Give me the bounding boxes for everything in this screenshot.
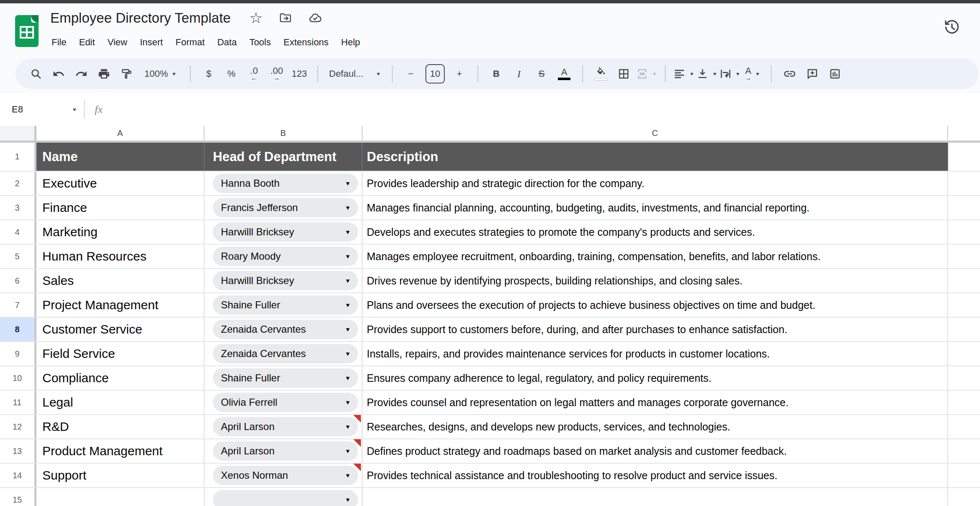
cell-desc[interactable]: Provides leadership and strategic direct…: [363, 172, 948, 195]
cell-desc[interactable]: [363, 488, 948, 506]
header-cell-name[interactable]: Name: [36, 143, 205, 171]
row-header-cell[interactable]: 5: [0, 245, 36, 268]
row-header-cell[interactable]: 7: [0, 293, 36, 317]
head-dropdown-chip[interactable]: Roary Moody ▼: [213, 247, 358, 266]
font-size-input[interactable]: 10: [425, 64, 445, 83]
cell-head[interactable]: April Larson ▼: [205, 415, 363, 438]
cell-name[interactable]: Support: [36, 464, 205, 487]
cell-name[interactable]: Project Management: [36, 293, 205, 317]
row-header-cell[interactable]: 15: [0, 488, 36, 506]
cell-empty[interactable]: [948, 439, 980, 463]
cell-name[interactable]: Human Resources: [36, 245, 205, 268]
cell-empty[interactable]: [948, 488, 980, 506]
cell-name[interactable]: Compliance: [36, 366, 205, 390]
row-header-cell[interactable]: 12: [0, 415, 36, 438]
row-header-cell[interactable]: 11: [0, 391, 36, 414]
head-dropdown-chip[interactable]: Zenaida Cervantes ▼: [213, 344, 358, 363]
menu-tools[interactable]: Tools: [243, 34, 277, 50]
cell-empty[interactable]: [948, 172, 980, 195]
row-header-cell[interactable]: 2: [0, 172, 36, 195]
font-select[interactable]: Defaul...▼: [326, 63, 384, 85]
borders-icon[interactable]: [613, 63, 634, 85]
head-dropdown-chip[interactable]: Olivia Ferrell ▼: [213, 393, 358, 412]
search-icon[interactable]: [26, 63, 47, 85]
header-cell-head[interactable]: Head of Department: [205, 143, 363, 171]
menu-view[interactable]: View: [101, 34, 133, 50]
cell-empty[interactable]: [948, 293, 980, 317]
cell-head[interactable]: Shaine Fuller ▼: [205, 366, 363, 390]
cell-empty[interactable]: [948, 196, 980, 219]
menu-file[interactable]: File: [45, 34, 73, 50]
select-all-corner[interactable]: [0, 126, 36, 141]
cell-desc[interactable]: Ensures company adherence to legal, regu…: [363, 366, 948, 390]
increase-font-size-button[interactable]: +: [449, 63, 470, 85]
cell-desc[interactable]: Plans and oversees the execution of proj…: [363, 293, 948, 317]
cell-name[interactable]: Customer Service: [36, 318, 205, 341]
insert-chart-icon[interactable]: [824, 63, 845, 85]
strikethrough-button[interactable]: S: [531, 63, 552, 85]
fill-color-button[interactable]: [591, 63, 612, 85]
cell-head[interactable]: April Larson ▼: [205, 439, 363, 463]
menu-extensions[interactable]: Extensions: [277, 34, 335, 50]
head-dropdown-chip[interactable]: ▼: [213, 490, 358, 506]
cell-desc[interactable]: Manages employee recruitment, onboarding…: [363, 245, 948, 268]
cell-empty[interactable]: [948, 245, 980, 268]
cell-name[interactable]: [36, 488, 205, 506]
head-dropdown-chip[interactable]: Shaine Fuller ▼: [213, 368, 358, 388]
cell-head[interactable]: Harwilll Bricksey ▼: [205, 269, 363, 292]
cell-desc[interactable]: Manages financial planning, accounting, …: [363, 196, 948, 219]
cell-empty[interactable]: [948, 318, 980, 341]
number-format-button[interactable]: 123: [289, 63, 310, 85]
head-dropdown-chip[interactable]: Hanna Booth ▼: [213, 174, 358, 193]
sheets-logo-icon[interactable]: [15, 15, 39, 47]
cell-empty[interactable]: [948, 391, 980, 414]
bold-button[interactable]: B: [486, 63, 507, 85]
decrease-decimal-button[interactable]: .0←: [244, 63, 264, 85]
cell-desc[interactable]: Provides counsel and representation on l…: [363, 391, 948, 414]
cell-head[interactable]: Xenos Norman ▼: [205, 464, 363, 487]
cell-desc[interactable]: Researches, designs, and develops new pr…: [363, 415, 948, 438]
cell-empty[interactable]: [948, 342, 980, 365]
horizontal-align-icon[interactable]: ▼: [673, 63, 695, 85]
cloud-saved-icon[interactable]: [308, 11, 322, 25]
row-header-cell[interactable]: 9: [0, 342, 36, 365]
cell-desc[interactable]: Provides support to customers before, du…: [363, 318, 948, 341]
chevron-down-icon[interactable]: ▼: [72, 107, 77, 112]
cell-head[interactable]: Roary Moody ▼: [205, 245, 363, 268]
row-header-cell[interactable]: 10: [0, 366, 36, 390]
cell-name[interactable]: R&D: [36, 415, 205, 438]
cell-desc[interactable]: Drives revenue by identifying prospects,…: [363, 269, 948, 292]
row-header-cell[interactable]: 4: [0, 220, 36, 244]
row-header-cell[interactable]: 14: [0, 464, 36, 487]
head-dropdown-chip[interactable]: April Larson ▼: [213, 441, 358, 461]
cell-head[interactable]: Harwilll Bricksey ▼: [205, 220, 363, 244]
cell-head[interactable]: Francis Jefferson ▼: [205, 196, 363, 219]
cell-name[interactable]: Marketing: [36, 220, 205, 244]
zoom-select[interactable]: 100%▼: [139, 63, 182, 85]
print-icon[interactable]: [93, 63, 114, 85]
format-currency-button[interactable]: $: [198, 63, 219, 85]
cell-head[interactable]: Olivia Ferrell ▼: [205, 391, 363, 414]
row-header-cell[interactable]: 6: [0, 269, 36, 292]
cell-empty[interactable]: [948, 366, 980, 390]
cell-name[interactable]: Finance: [36, 196, 205, 219]
menu-insert[interactable]: Insert: [134, 34, 169, 50]
column-header-d[interactable]: [948, 126, 980, 141]
cell-name[interactable]: Legal: [36, 391, 205, 414]
increase-decimal-button[interactable]: .00→: [266, 63, 287, 85]
text-wrap-icon[interactable]: ▼: [719, 63, 741, 85]
cell-empty[interactable]: [948, 269, 980, 292]
menu-data[interactable]: Data: [211, 34, 243, 50]
cell-desc[interactable]: Defines product strategy and roadmaps ba…: [363, 439, 948, 463]
text-rotation-icon[interactable]: A→ ▼: [742, 63, 763, 85]
insert-comment-icon[interactable]: [802, 63, 823, 85]
insert-link-icon[interactable]: [779, 63, 800, 85]
text-color-button[interactable]: A: [554, 63, 575, 85]
head-dropdown-chip[interactable]: Harwilll Bricksey ▼: [213, 271, 358, 290]
head-dropdown-chip[interactable]: April Larson ▼: [213, 417, 358, 436]
cell-name[interactable]: Sales: [36, 269, 205, 292]
row-header-cell[interactable]: 13: [0, 439, 36, 463]
italic-button[interactable]: I: [508, 63, 529, 85]
row-header-cell[interactable]: 3: [0, 196, 36, 219]
cell-head[interactable]: Hanna Booth ▼: [205, 172, 363, 195]
